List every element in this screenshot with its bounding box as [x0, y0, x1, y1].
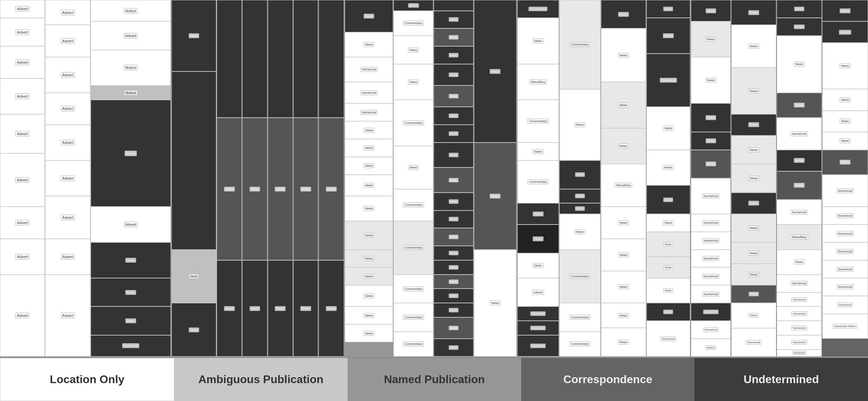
cell: [172, 71, 216, 250]
cell: News: [242, 260, 267, 357]
cell: News: [601, 82, 646, 128]
cell: Advert: [45, 25, 90, 57]
cell: Advert: [45, 0, 90, 25]
cell: News: [345, 306, 393, 324]
cell: News: [434, 28, 474, 46]
cell: News: [559, 203, 601, 214]
cell: News: [822, 150, 868, 175]
cell: Miscellany: [517, 64, 559, 100]
cell: Numerical: [517, 335, 559, 357]
cell: News: [293, 260, 318, 357]
col-amb-5: News News: [293, 0, 319, 357]
cell: News: [345, 285, 393, 306]
cell: News: [559, 189, 601, 203]
cell: News: [646, 150, 690, 186]
cell: News: [601, 128, 646, 164]
main-container: Advert Advert Advert Advert Advert Adver…: [0, 0, 868, 401]
cell: Numerical: [345, 103, 393, 121]
legend-location: Location Only: [0, 358, 174, 401]
cell: News: [217, 260, 242, 357]
cell: News: [822, 43, 868, 89]
cell: News: [434, 289, 474, 303]
cell: News: [434, 260, 474, 275]
cell: News: [345, 324, 393, 342]
cell: News: [91, 278, 171, 306]
cell: News: [345, 157, 393, 175]
cell: News: [517, 203, 559, 224]
cell: Numerical: [822, 296, 868, 314]
cell: Numerical: [777, 350, 822, 357]
cell: Advert: [0, 239, 45, 275]
cell: Advert: [393, 0, 433, 11]
cell: Commentary: [393, 11, 433, 36]
cell: News: [646, 0, 690, 18]
cell: Commentary: [393, 332, 433, 357]
cell: News: [691, 150, 731, 178]
cell: Numerical: [822, 260, 868, 278]
cell: News: [731, 164, 776, 192]
cell: News: [646, 257, 690, 278]
cell: Advert: [91, 207, 171, 242]
col-corr-3: News News News News Miscellany News: [601, 0, 646, 357]
cell: Notice: [691, 339, 731, 357]
cell: News: [242, 118, 267, 260]
cell: Advert: [45, 93, 90, 125]
cell: News: [731, 136, 776, 164]
cell: Numerical: [777, 118, 822, 150]
cell: News: [434, 107, 474, 125]
cell: News: [646, 303, 690, 321]
cell: News: [172, 0, 216, 71]
cell: News: [731, 214, 776, 242]
col-named-1: News News Numerical Numerical Numerical …: [345, 0, 393, 357]
cell: News: [434, 228, 474, 246]
cell: News: [601, 207, 646, 239]
cell: Numerical: [822, 224, 868, 242]
cell: News: [646, 18, 690, 54]
cell: Miscellany: [601, 164, 646, 207]
cell: News: [777, 36, 822, 93]
cell: News: [434, 193, 474, 210]
cell: Commentary: [559, 250, 601, 303]
cell: Notice: [91, 50, 171, 86]
cell: [217, 0, 242, 118]
cell: News: [345, 221, 393, 249]
cell: News: [434, 85, 474, 107]
cell: News: [434, 317, 474, 339]
cell: News: [691, 21, 731, 57]
col-loc-2: Advert Advert Advert Advert Advert Adver…: [45, 0, 90, 357]
cell: Numerical: [731, 328, 776, 357]
cell: News: [91, 100, 171, 207]
cell: Advert: [91, 21, 171, 50]
cell: Numerical: [691, 267, 731, 285]
cell: [434, 0, 474, 11]
cell: News: [172, 250, 216, 303]
cell: Advert: [0, 46, 45, 78]
cell: Advert: [45, 239, 90, 275]
cell: News: [731, 0, 776, 25]
cell: News: [777, 171, 822, 200]
legend-undetermined-label: Undetermined: [744, 373, 819, 386]
cell: News: [601, 328, 646, 356]
cell: Numerical: [517, 306, 559, 321]
cell: Advert: [45, 125, 90, 160]
cell: News: [345, 0, 393, 32]
cell: Numerical: [777, 335, 822, 350]
cell: Numerical Notice: [822, 314, 868, 339]
cell: Numerical: [517, 321, 559, 335]
cell: News: [434, 303, 474, 317]
col-loc-1: Advert Advert Advert Advert Advert Adver…: [0, 0, 45, 357]
cell: Numerical: [345, 82, 393, 103]
cell: [242, 0, 267, 118]
cell: News: [601, 271, 646, 303]
legend-named: Named Publication: [348, 358, 521, 401]
cell: [318, 0, 344, 118]
cell: Advert: [0, 275, 45, 357]
cell: News: [345, 267, 393, 285]
cell: News: [434, 46, 474, 64]
cell: News: [731, 285, 776, 303]
cell: News: [646, 214, 690, 232]
col-und-1: News News News News News News Nu: [691, 0, 731, 357]
cell: Numerical: [822, 207, 868, 224]
cell: Advert: [0, 207, 45, 239]
cell: Numerical: [691, 214, 731, 232]
